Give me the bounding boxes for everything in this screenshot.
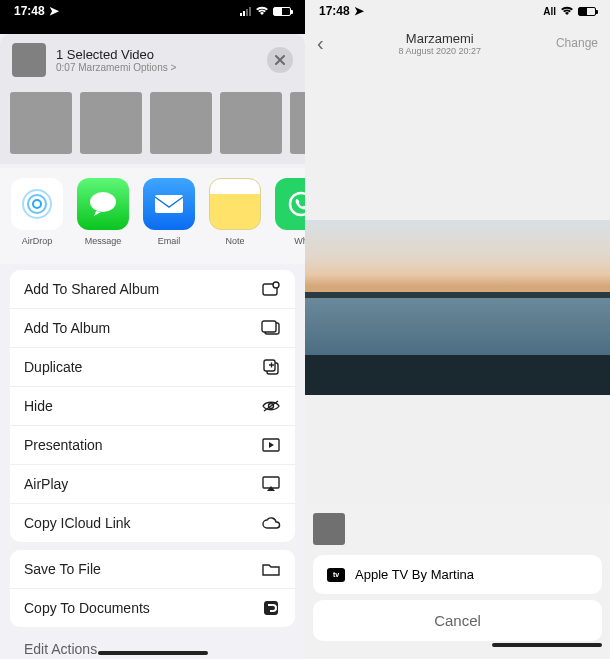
thumb-item[interactable] xyxy=(313,513,345,545)
media-thumb[interactable] xyxy=(10,92,72,154)
airplay-picker: tv Apple TV By Martina Cancel xyxy=(305,505,610,659)
documents-icon xyxy=(261,599,281,617)
svg-point-7 xyxy=(273,282,279,288)
nav-bar: ‹ Marzamemi 8 August 2020 20:27 Change xyxy=(305,22,610,64)
nav-title: Marzamemi xyxy=(399,31,482,46)
home-indicator[interactable] xyxy=(98,651,208,655)
photo-viewer-screen: 17:48➤ All ‹ Marzamemi 8 August 2020 20:… xyxy=(305,0,610,659)
action-label: AirPlay xyxy=(24,476,68,492)
notes-icon xyxy=(209,178,261,230)
action-hide[interactable]: Hide xyxy=(10,386,295,425)
share-sheet-screen: 17:48➤ 1 Selected Video 0:07 Marzamemi O… xyxy=(0,0,305,659)
media-thumb[interactable] xyxy=(80,92,142,154)
photo-shore xyxy=(305,355,610,395)
location-icon: ➤ xyxy=(354,4,364,18)
svg-rect-4 xyxy=(155,195,183,213)
status-time: 17:48 xyxy=(14,4,45,18)
signal-icon xyxy=(240,7,251,16)
selected-subtitle: 0:07 Marzamemi Options > xyxy=(56,62,267,73)
share-apps-row[interactable]: AirDrop Message Email Note Wh xyxy=(0,168,305,264)
media-thumb-row[interactable] xyxy=(0,86,305,164)
change-button[interactable]: Change xyxy=(556,36,598,50)
mail-icon xyxy=(143,178,195,230)
airplay-device-name: Apple TV By Martina xyxy=(355,567,474,582)
action-label: Hide xyxy=(24,398,53,414)
home-indicator[interactable] xyxy=(492,643,602,647)
thumb-strip[interactable] xyxy=(313,513,602,549)
share-app-label: Email xyxy=(138,236,200,246)
airdrop-icon xyxy=(11,178,63,230)
svg-point-0 xyxy=(33,200,41,208)
share-app-message[interactable]: Message xyxy=(72,178,134,256)
close-button[interactable] xyxy=(267,47,293,73)
album-icon xyxy=(261,319,281,337)
status-bar: 17:48➤ All xyxy=(305,0,610,22)
status-bar: 17:48➤ xyxy=(0,0,305,22)
share-app-label: AirDrop xyxy=(6,236,68,246)
message-icon xyxy=(77,178,129,230)
status-time: 17:48 xyxy=(319,4,350,18)
selected-title: 1 Selected Video xyxy=(56,47,267,62)
appletv-icon: tv xyxy=(327,568,345,582)
selected-media-thumb xyxy=(12,43,46,77)
folder-icon xyxy=(261,560,281,578)
share-actions: Add To Shared Album Add To Album Duplica… xyxy=(10,270,295,659)
action-label: Add To Album xyxy=(24,320,110,336)
edit-actions[interactable]: Edit Actions..... xyxy=(10,635,295,659)
share-app-whatsapp[interactable]: Wh xyxy=(270,178,305,256)
selected-media-text: 1 Selected Video 0:07 Marzamemi Options … xyxy=(56,47,267,73)
share-app-label: Message xyxy=(72,236,134,246)
svg-rect-9 xyxy=(262,321,276,332)
wifi-icon xyxy=(255,6,269,16)
battery-icon xyxy=(578,7,596,16)
back-button[interactable]: ‹ xyxy=(317,32,324,55)
action-duplicate[interactable]: Duplicate xyxy=(10,347,295,386)
action-label: Copy To Documents xyxy=(24,600,150,616)
action-label: Save To File xyxy=(24,561,101,577)
share-app-email[interactable]: Email xyxy=(138,178,200,256)
carrier-label: All xyxy=(543,6,556,17)
svg-point-1 xyxy=(28,195,46,213)
nav-subtitle: 8 August 2020 20:27 xyxy=(399,46,482,56)
action-copy-icloud-link[interactable]: Copy ICloud Link xyxy=(10,503,295,542)
airplay-device-row[interactable]: tv Apple TV By Martina xyxy=(313,555,602,594)
svg-point-3 xyxy=(90,192,116,212)
duplicate-icon xyxy=(261,358,281,376)
action-label: Presentation xyxy=(24,437,103,453)
location-icon: ➤ xyxy=(49,4,59,18)
cloud-link-icon xyxy=(261,514,281,532)
action-label: Add To Shared Album xyxy=(24,281,159,297)
photo-preview[interactable] xyxy=(305,220,610,395)
action-group: Add To Shared Album Add To Album Duplica… xyxy=(10,270,295,542)
action-airplay[interactable]: AirPlay xyxy=(10,464,295,503)
cancel-button[interactable]: Cancel xyxy=(313,600,602,641)
action-presentation[interactable]: Presentation xyxy=(10,425,295,464)
media-thumb[interactable] xyxy=(290,92,305,154)
photo-sky xyxy=(305,220,610,298)
share-sheet-header: 1 Selected Video 0:07 Marzamemi Options … xyxy=(0,34,305,86)
action-label: Duplicate xyxy=(24,359,82,375)
shared-album-icon xyxy=(261,280,281,298)
play-icon xyxy=(261,436,281,454)
action-copy-to-documents[interactable]: Copy To Documents xyxy=(10,588,295,627)
hide-icon xyxy=(261,397,281,415)
whatsapp-icon xyxy=(275,178,305,230)
action-add-album[interactable]: Add To Album xyxy=(10,308,295,347)
nav-title-block: Marzamemi 8 August 2020 20:27 xyxy=(399,31,482,56)
share-app-airdrop[interactable]: AirDrop xyxy=(6,178,68,256)
wifi-icon xyxy=(560,6,574,16)
share-app-note[interactable]: Note xyxy=(204,178,266,256)
battery-icon xyxy=(273,7,291,16)
airplay-icon xyxy=(261,475,281,493)
action-add-shared-album[interactable]: Add To Shared Album xyxy=(10,270,295,308)
action-label: Copy ICloud Link xyxy=(24,515,131,531)
photo-sea xyxy=(305,298,610,360)
media-thumb[interactable] xyxy=(150,92,212,154)
action-group: Save To File Copy To Documents xyxy=(10,550,295,627)
action-save-to-file[interactable]: Save To File xyxy=(10,550,295,588)
share-app-label: Note xyxy=(204,236,266,246)
media-thumb[interactable] xyxy=(220,92,282,154)
share-app-label: Wh xyxy=(270,236,305,246)
